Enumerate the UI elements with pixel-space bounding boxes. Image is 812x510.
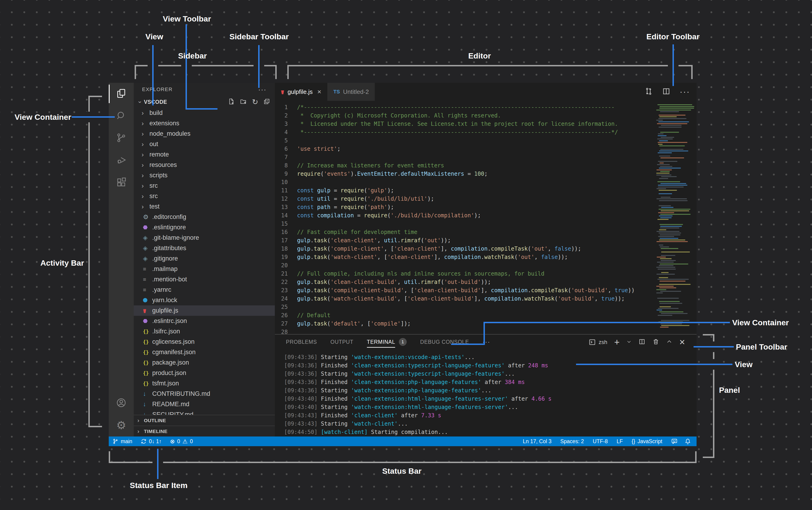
code-line-9: 9require('events').EventEmitter.defaultM… [275, 170, 697, 178]
editor-toolbar-line [672, 44, 674, 86]
tree-file-.yarnrc[interactable]: ≡.yarnrc [134, 284, 275, 295]
open-changes-icon[interactable] [644, 87, 653, 96]
line-number: 27 [275, 320, 297, 328]
new-terminal-icon[interactable]: + [614, 337, 619, 348]
status-language[interactable]: {} JavaScript [632, 438, 662, 445]
file-name: .lsifrc.json [152, 328, 180, 335]
panel-tab-output[interactable]: OUTPUT [330, 334, 353, 349]
status-feedback[interactable] [671, 438, 677, 445]
activity-item-settings[interactable]: ⚙ [109, 414, 134, 437]
kill-terminal-icon[interactable] [652, 338, 659, 346]
tab-gulpfile[interactable]: gulpfile.js × [275, 83, 327, 101]
code-line-25: 25 [275, 303, 697, 311]
new-file-icon[interactable] [228, 98, 235, 106]
panel-tab-problems[interactable]: PROBLEMS [286, 334, 317, 349]
tree-folder-resources[interactable]: ›resources [134, 160, 275, 170]
tree-file-SECURITY.md[interactable]: ↓SECURITY.md [134, 410, 275, 415]
code-editor[interactable]: 1/*-------------------------------------… [275, 101, 697, 334]
split-terminal-icon[interactable] [638, 338, 645, 346]
minimap[interactable] [656, 103, 695, 331]
tree-file-.lsifrc.json[interactable]: {}.lsifrc.json [134, 326, 275, 337]
tree-folder-out[interactable]: ›out [134, 139, 275, 149]
activity-bar-bracket-top-foot [88, 96, 102, 97]
panel-toolbar: zsh + × [588, 337, 685, 348]
code-line-20: 20 [275, 261, 697, 270]
more-actions-icon[interactable]: ··· [680, 90, 690, 93]
tree-file-.mailmap[interactable]: ≡.mailmap [134, 264, 275, 274]
tree-folder-remote[interactable]: ›remote [134, 149, 275, 160]
terminal-line: [09:43:43] Starting 'watch-client'... [284, 420, 697, 428]
sidebar-more-actions-icon[interactable]: ··· [258, 88, 266, 91]
split-editor-icon[interactable] [662, 87, 670, 96]
status-notifications[interactable] [685, 438, 691, 445]
extensions-icon [116, 177, 126, 188]
status-problems[interactable]: ⊗ 0 ⚠ 0 [170, 438, 193, 445]
sidebar-section-outline[interactable]: › OUTLINE [134, 415, 275, 426]
tree-file-.eslintrc.json[interactable]: .eslintrc.json [134, 316, 275, 326]
tree-folder-test[interactable]: ›test [134, 201, 275, 212]
view-container-right-line [484, 322, 730, 323]
bell-icon [685, 438, 691, 445]
tree-file-.editorconfig[interactable]: ⚙.editorconfig [134, 212, 275, 222]
tree-folder-src[interactable]: ›src [134, 181, 275, 191]
activity-item-extensions[interactable] [109, 172, 134, 194]
tree-folder-extensions[interactable]: ›extensions [134, 118, 275, 128]
status-encoding[interactable]: UTF-8 [593, 438, 608, 445]
explorer-tree[interactable]: ›build›extensions›node_modules›out›remot… [134, 108, 275, 415]
collapse-all-icon[interactable] [263, 98, 270, 106]
tree-file-package.json[interactable]: {}package.json [134, 357, 275, 368]
tree-file-tsfmt.json[interactable]: {}tsfmt.json [134, 378, 275, 389]
refresh-icon[interactable]: ↻ [252, 98, 258, 106]
tree-file-cgmanifest.json[interactable]: {}cgmanifest.json [134, 347, 275, 357]
annotation-view-container-right: View Container [732, 318, 789, 327]
annotation-view-container-left: View Container [14, 113, 71, 122]
close-panel-icon[interactable]: × [679, 337, 685, 348]
tree-folder-node_modules[interactable]: ›node_modules [134, 128, 275, 139]
activity-item-run-debug[interactable] [109, 149, 134, 172]
tree-file-gulpfile.js[interactable]: gulpfile.js [134, 305, 275, 316]
panel-bracket [713, 334, 714, 458]
status-eol[interactable]: LF [616, 438, 623, 445]
feedback-icon [671, 438, 677, 445]
activity-item-source-control[interactable] [109, 127, 134, 149]
terminal-line: [09:43:36] Starting 'watch-extension:php… [284, 386, 697, 395]
status-cursor-position[interactable]: Ln 17, Col 3 [523, 438, 552, 445]
status-bar-bracket [109, 462, 697, 463]
tree-folder-src[interactable]: ›src [134, 191, 275, 201]
status-branch[interactable]: main [112, 438, 132, 445]
sidebar-section-timeline[interactable]: › TIMELINE [134, 426, 275, 437]
explorer-section-header[interactable]: › VSCODE ↻ [134, 96, 275, 108]
maximize-panel-icon[interactable] [666, 339, 672, 346]
line-number: 8 [275, 161, 297, 170]
activity-item-search[interactable] [109, 105, 134, 127]
terminal-dropdown-icon[interactable] [627, 339, 632, 345]
panel-tab-debug-console[interactable]: DEBUG CONSOLE [420, 334, 469, 349]
sidebar-header: EXPLORER ··· [134, 83, 275, 96]
tree-file-product.json[interactable]: {}product.json [134, 368, 275, 378]
terminal-output[interactable]: [09:43:36] Starting 'watch-extension:vsc… [275, 349, 697, 437]
code-line-18: 18gulp.task('compile-client', ['clean-cl… [275, 245, 697, 253]
tree-folder-scripts[interactable]: ›scripts [134, 170, 275, 181]
close-icon[interactable]: × [317, 88, 321, 96]
activity-item-explorer[interactable] [109, 83, 134, 105]
tree-file-.git-blame-ignore[interactable]: ◈.git-blame-ignore [134, 233, 275, 243]
tab-untitled[interactable]: TS Untitled-2 [327, 83, 375, 101]
tree-file-yarn.lock[interactable]: yarn.lock [134, 295, 275, 305]
new-folder-icon[interactable] [240, 98, 247, 106]
status-sync[interactable]: 0↓ 1↑ [141, 438, 162, 445]
file-name: README.md [152, 401, 190, 408]
activity-item-account[interactable] [109, 392, 134, 414]
tree-file-README.md[interactable]: ↓README.md [134, 399, 275, 410]
tree-file-.gitattributes[interactable]: ◈.gitattributes [134, 243, 275, 253]
tree-file-.mention-bot[interactable]: ≡.mention-bot [134, 274, 275, 284]
tree-file-.gitignore[interactable]: ◈.gitignore [134, 253, 275, 264]
status-indentation[interactable]: Spaces: 2 [560, 438, 584, 445]
tree-file-.eslintignore[interactable]: .eslintignore [134, 222, 275, 233]
markdown-icon: ↓ [143, 401, 146, 408]
terminal-shell-picker[interactable]: zsh [588, 338, 607, 346]
gulp-file-icon [281, 89, 284, 94]
panel-tab-terminal[interactable]: TERMINAL1 [367, 334, 407, 349]
file-name: .eslintrc.json [152, 318, 187, 325]
tree-file-CONTRIBUTING.md[interactable]: ↓CONTRIBUTING.md [134, 389, 275, 399]
tree-file-cglicenses.json[interactable]: {}cglicenses.json [134, 337, 275, 347]
